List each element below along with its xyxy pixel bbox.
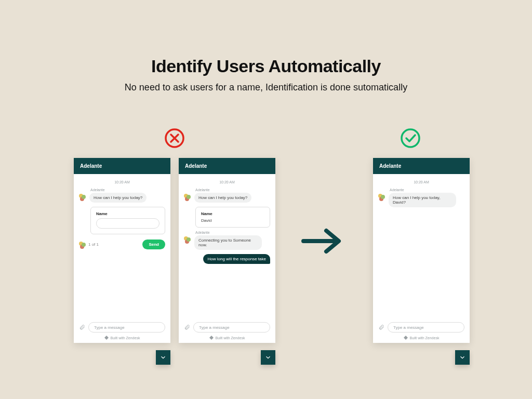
bot-avatar-icon	[184, 194, 191, 201]
form-progress: 1 of 1	[88, 242, 99, 247]
chevron-down-icon	[264, 354, 272, 361]
chat-widget-before-2: Adelante 10:20 AM Adelante How can I hel…	[179, 158, 275, 343]
collapse-button[interactable]	[261, 350, 275, 365]
bot-message-row: How can I help you today?	[184, 193, 270, 203]
paperclip-icon[interactable]	[378, 324, 384, 330]
bot-message: Connecting you to Someone now.	[194, 235, 262, 250]
message-input[interactable]: Type a message	[88, 322, 165, 332]
bot-avatar-icon	[79, 194, 86, 201]
zendesk-logo-icon	[104, 336, 109, 340]
built-with-label: Built with Zendesk	[216, 336, 245, 340]
bot-avatar-icon	[79, 242, 86, 249]
x-circle-icon	[164, 128, 185, 149]
bot-message-row: Connecting you to Someone now.	[184, 235, 270, 250]
name-input[interactable]	[96, 218, 159, 229]
user-message-row: How long will the response take	[184, 254, 270, 264]
check-circle-icon	[400, 128, 421, 149]
send-button[interactable]: Send	[142, 240, 165, 249]
page-subtitle: No need to ask users for a name, Identif…	[0, 82, 532, 93]
paperclip-icon[interactable]	[79, 324, 85, 330]
name-form: Name	[90, 207, 165, 234]
zendesk-logo-icon	[209, 336, 214, 340]
name-label: Name	[201, 211, 264, 216]
chat-widget-before-1: Adelante 10:20 AM Adelante How can I hel…	[74, 158, 170, 343]
chat-widget-after: Adelante 10:20 AM Adelante How can I hel…	[373, 158, 470, 343]
built-with-footer: Built with Zendesk	[179, 334, 275, 343]
built-with-label: Built with Zendesk	[111, 336, 140, 340]
sender-label: Adelante	[195, 231, 270, 234]
page-title: Identify Users Automatically	[0, 56, 532, 76]
sender-label: Adelante	[390, 188, 464, 192]
arrow-right-icon	[299, 224, 347, 258]
name-label: Name	[96, 211, 159, 216]
user-message: How long will the response take	[203, 254, 270, 264]
chevron-down-icon	[159, 354, 167, 361]
collapse-button[interactable]	[455, 350, 470, 365]
bot-message: How can I help you today, David?	[389, 193, 456, 207]
paperclip-icon[interactable]	[184, 324, 190, 330]
chat-header: Adelante	[179, 158, 275, 174]
timestamp: 10:20 AM	[79, 180, 165, 184]
chat-header: Adelante	[373, 158, 470, 174]
message-input[interactable]: Type a message	[388, 322, 464, 332]
chevron-down-icon	[459, 354, 466, 361]
bot-message-row: How can I help you today?	[79, 193, 165, 203]
name-form-filled: Name David	[195, 207, 270, 228]
name-value: David	[201, 218, 264, 223]
zendesk-logo-icon	[404, 336, 408, 340]
timestamp: 10:20 AM	[378, 180, 464, 184]
collapse-button[interactable]	[156, 350, 170, 365]
bot-avatar-icon	[184, 236, 191, 244]
sender-label: Adelante	[195, 188, 270, 192]
svg-point-1	[402, 129, 419, 147]
timestamp: 10:20 AM	[184, 180, 270, 184]
bot-message: How can I help you today?	[194, 193, 251, 203]
message-input[interactable]: Type a message	[193, 322, 270, 332]
sender-label: Adelante	[90, 188, 165, 192]
bot-message-row: How can I help you today, David?	[378, 193, 464, 207]
chat-header: Adelante	[74, 158, 170, 174]
built-with-footer: Built with Zendesk	[373, 334, 470, 343]
built-with-label: Built with Zendesk	[410, 336, 440, 340]
bot-message: How can I help you today?	[89, 193, 147, 203]
built-with-footer: Built with Zendesk	[74, 334, 170, 343]
bot-avatar-icon	[378, 194, 385, 201]
